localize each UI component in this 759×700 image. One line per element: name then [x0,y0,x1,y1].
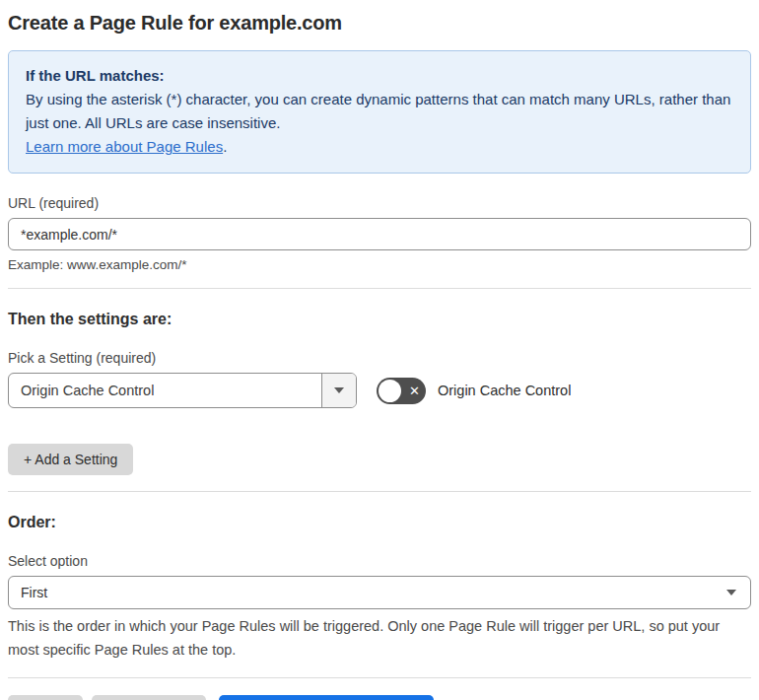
learn-more-link[interactable]: Learn more about Page Rules [26,138,223,155]
settings-section-heading: Then the settings are: [8,311,751,328]
url-example-text: Example: www.example.com/* [8,257,751,272]
chevron-down-icon [334,387,344,393]
info-box-heading: If the URL matches: [26,64,733,88]
save-as-draft-button[interactable]: Save as Draft [92,695,207,700]
order-help-text: This is the order in which your Page Rul… [8,614,751,662]
url-input[interactable] [8,218,751,250]
save-and-deploy-button[interactable]: Save and Deploy Page Rule [219,695,434,700]
toggle-off-x-icon: ✕ [409,385,420,397]
info-box-body: By using the asterisk (*) character, you… [26,88,733,135]
divider [8,677,751,678]
setting-select[interactable]: Origin Cache Control [8,373,357,408]
origin-cache-control-toggle[interactable]: ✕ [377,378,426,404]
url-field-label: URL (required) [8,195,751,211]
order-section-heading: Order: [8,514,751,531]
divider [8,288,751,289]
chevron-down-icon [726,590,736,595]
setting-select-caret-button[interactable] [321,374,356,407]
toggle-label: Origin Cache Control [438,383,571,398]
order-select-value: First [21,585,47,600]
order-select-label: Select option [8,553,751,569]
setting-row: Origin Cache Control ✕ Origin Cache Cont… [8,373,751,408]
url-match-info-box: If the URL matches: By using the asteris… [8,50,751,174]
setting-select-value: Origin Cache Control [9,374,321,407]
info-box-link-line: Learn more about Page Rules. [26,135,733,159]
footer-actions: Cancel Save as Draft Save and Deploy Pag… [8,695,751,700]
link-period: . [223,138,227,155]
cancel-button[interactable]: Cancel [8,695,83,700]
toggle-knob [379,380,401,402]
add-setting-button[interactable]: + Add a Setting [8,444,133,475]
order-select[interactable]: First [8,576,751,609]
pick-setting-label: Pick a Setting (required) [8,350,751,366]
divider [8,491,751,492]
page-title: Create a Page Rule for example.com [8,12,751,35]
